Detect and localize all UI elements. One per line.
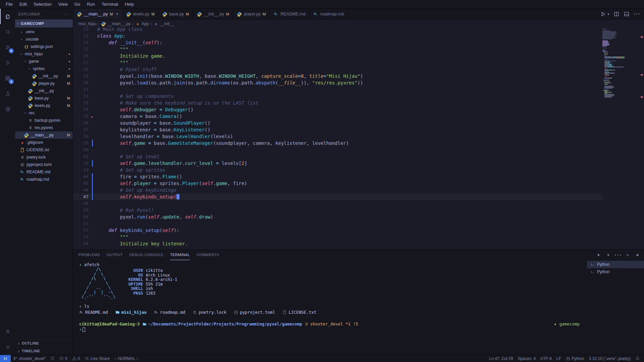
code-line-31[interactable]: 31: [73, 86, 602, 93]
tree-item-sprites[interactable]: ›sprites●: [15, 65, 73, 72]
code-line-39[interactable]: 39 self.game = base.GameStateManager(sou…: [73, 140, 602, 146]
activity-search[interactable]: [0, 24, 15, 40]
tree-item-levels.py[interactable]: levels.pyM: [15, 102, 73, 109]
code-line-50[interactable]: 50 pyxel.run(self.update, self.draw): [73, 214, 602, 220]
code-line-43[interactable]: 43 # Set up sprites: [73, 167, 602, 173]
tree-item-res.pyxres[interactable]: ≡res.pyxres: [15, 124, 73, 131]
tree-item-__init__.py[interactable]: __init__.py: [15, 87, 73, 95]
terminal-input-line[interactable]: ›: [79, 327, 587, 332]
panel-tab-problems[interactable]: PROBLEMS: [78, 250, 100, 260]
split-editor-icon[interactable]: [614, 11, 619, 17]
run-dropdown-icon[interactable]: ▾: [607, 12, 609, 16]
code-line-52[interactable]: 52 def keybinds_setup(self):: [73, 227, 602, 234]
code-line-24[interactable]: 24 def __init__(self):: [73, 39, 602, 46]
menu-help[interactable]: Help: [122, 1, 137, 8]
status-indentation[interactable]: Spaces: 4: [516, 356, 538, 361]
tree-item-misi_hijau[interactable]: ›misi_hijau●: [15, 50, 73, 58]
more-actions-icon[interactable]: ···: [64, 12, 69, 17]
close-icon[interactable]: ×: [116, 12, 118, 16]
tree-item-roadmap.md[interactable]: M↓roadmap.md: [15, 176, 73, 183]
code-line-27[interactable]: 27 """: [73, 59, 602, 66]
maximize-panel-icon[interactable]: ˄: [625, 252, 630, 257]
tree-item-.gitignore[interactable]: ◆.gitignore: [15, 139, 73, 146]
code-line-51[interactable]: 51: [73, 220, 602, 227]
tree-item-settings.json[interactable]: {}settings.json: [15, 43, 73, 50]
status-cursor-position[interactable]: Ln 47, Col 29: [487, 356, 515, 361]
tree-item-game[interactable]: ›game●: [15, 58, 73, 65]
code-line-36[interactable]: 36 soundplayer = base.SoundPlayer(): [73, 120, 602, 126]
status-sync[interactable]: [48, 355, 57, 362]
activity-source-control[interactable]: 5: [0, 40, 15, 55]
activity-account[interactable]: [0, 324, 15, 339]
timeline-section[interactable]: › TIMELINE: [15, 347, 73, 355]
remote-indicator[interactable]: [0, 355, 11, 362]
code-line-29[interactable]: 29 pyxel.init(base.WINDOW_WIDTH, base.WI…: [73, 73, 602, 79]
overview-ruler[interactable]: [639, 28, 644, 249]
menu-view[interactable]: View: [55, 1, 71, 8]
tree-item-LICENSE.txt[interactable]: LICENSE.txt: [15, 146, 73, 154]
minimap[interactable]: [602, 28, 639, 249]
tab-base.py[interactable]: base.pyM: [159, 9, 193, 19]
tree-item-__init__.py[interactable]: __init__.pyM: [15, 72, 73, 80]
status-vim-mode[interactable]: -- NORMAL --: [112, 355, 142, 362]
outline-section[interactable]: › OUTLINE: [15, 339, 73, 347]
tree-item-backup.pyxres[interactable]: ≡backup.pyxres: [15, 117, 73, 124]
code-editor[interactable]: 22# Main App class23class App:24 def __i…: [73, 28, 644, 249]
code-line-47[interactable]: 47 self.keybinds_setup(: [73, 193, 602, 200]
tree-item-.vscode[interactable]: ›.vscode: [15, 36, 73, 43]
terminal-process-1[interactable]: Python: [587, 261, 644, 268]
tree-item-.venv[interactable]: ›.venv: [15, 28, 73, 36]
status-eol[interactable]: LF: [554, 356, 564, 361]
code-line-26[interactable]: 26 Initialize game.: [73, 53, 602, 59]
status-notifications[interactable]: [633, 356, 642, 361]
code-line-49[interactable]: 49 # Run Pyxel!: [73, 207, 602, 214]
activity-settings[interactable]: [0, 339, 15, 355]
code-line-41[interactable]: 41 # Set up level: [73, 153, 602, 160]
panel-tab-output[interactable]: OUTPUT: [107, 250, 123, 260]
status-warnings[interactable]: 0: [70, 355, 83, 362]
terminal-process-2[interactable]: Python: [587, 268, 644, 276]
tree-item-README.md[interactable]: M↓README.md: [15, 168, 73, 176]
panel-tab-debug-console[interactable]: DEBUG CONSOLE: [129, 250, 163, 260]
code-line-54[interactable]: 54 Initialize key listener.: [73, 240, 602, 247]
panel-tab-comments[interactable]: COMMENTS: [197, 250, 219, 260]
tree-item-base.py[interactable]: base.pyM: [15, 95, 73, 102]
code-line-42[interactable]: 42 self.game.levelhandler.curr_level = l…: [73, 160, 602, 167]
tree-item-pyproject.toml[interactable]: pyproject.toml: [15, 161, 73, 168]
code-line-53[interactable]: 53 """: [73, 234, 602, 240]
tab-README.md[interactable]: M↓README.md: [270, 9, 309, 19]
tree-item-__main__.py[interactable]: __main__.pyM: [15, 131, 73, 139]
code-line-22[interactable]: 22# Main App class: [73, 26, 602, 33]
menu-go[interactable]: Go: [71, 1, 83, 8]
activity-extensions[interactable]: 3: [0, 70, 15, 86]
close-panel-icon[interactable]: ×: [635, 252, 640, 257]
tab-__main__.py[interactable]: __main__.pyM×: [73, 9, 122, 19]
code-line-25[interactable]: 25 """: [73, 46, 602, 53]
status-encoding[interactable]: UTF-8: [538, 356, 554, 361]
run-file-icon[interactable]: [600, 11, 606, 17]
tree-item-poetry.lock[interactable]: ≡poetry.lock: [15, 154, 73, 161]
status-live-share[interactable]: Live Share: [82, 355, 112, 362]
menu-edit[interactable]: Edit: [16, 1, 30, 8]
code-line-28[interactable]: 28 # Pyxel stuff: [73, 66, 602, 73]
code-line-46[interactable]: 46 # Set up keybindings: [73, 187, 602, 193]
status-python-interpreter[interactable]: 3.10.10 ('.venv': poetry): [586, 356, 633, 361]
terminal-dropdown-icon[interactable]: ▾: [606, 252, 611, 257]
code-line-48[interactable]: 48: [73, 200, 602, 207]
code-line-37[interactable]: 37 keylistener = base.KeyListener(): [73, 126, 602, 133]
activity-explorer[interactable]: [0, 9, 15, 24]
menu-file[interactable]: File: [3, 1, 16, 8]
code-line-45[interactable]: 45 self.player = sprites.Player(self.gam…: [73, 180, 602, 187]
tab-levels.py[interactable]: levels.pyM: [122, 9, 159, 19]
layout-icon[interactable]: [624, 11, 629, 17]
tab-roadmap.md[interactable]: M↓roadmap.md: [310, 9, 348, 19]
terminal[interactable]: › afetch /\ / \ /\ \ / \ / .. \ / | | -\…: [73, 260, 587, 355]
status-branch[interactable]: shooter_devel*: [11, 355, 48, 362]
code-line-32[interactable]: 32 # Set up components: [73, 93, 602, 100]
activity-live-share[interactable]: [0, 101, 15, 117]
code-line-35[interactable]: 35▸ camera = base.Camera(): [73, 113, 602, 120]
tab-__init__.py[interactable]: __init__.pyM: [193, 9, 233, 19]
code-line-40[interactable]: 40: [73, 146, 602, 153]
code-line-23[interactable]: 23class App:: [73, 33, 602, 39]
activity-testing[interactable]: [0, 86, 15, 101]
